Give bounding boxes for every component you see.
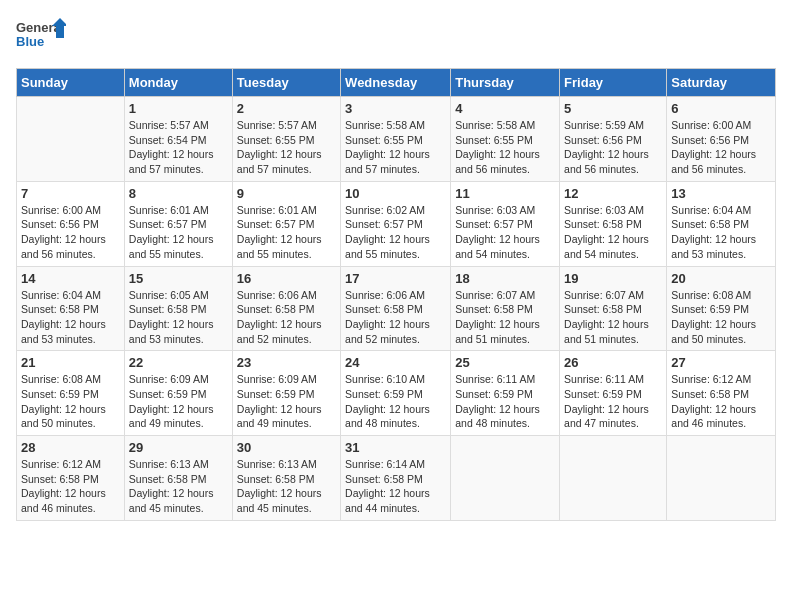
calendar-week-3: 21Sunrise: 6:08 AMSunset: 6:59 PMDayligh… [17,351,776,436]
calendar-cell: 14Sunrise: 6:04 AMSunset: 6:58 PMDayligh… [17,266,125,351]
day-number: 19 [564,271,662,286]
calendar-body: 1Sunrise: 5:57 AMSunset: 6:54 PMDaylight… [17,97,776,521]
day-number: 11 [455,186,555,201]
calendar-cell: 9Sunrise: 6:01 AMSunset: 6:57 PMDaylight… [232,181,340,266]
day-number: 31 [345,440,446,455]
calendar-cell: 19Sunrise: 6:07 AMSunset: 6:58 PMDayligh… [560,266,667,351]
calendar-cell: 16Sunrise: 6:06 AMSunset: 6:58 PMDayligh… [232,266,340,351]
calendar-week-0: 1Sunrise: 5:57 AMSunset: 6:54 PMDaylight… [17,97,776,182]
day-number: 21 [21,355,120,370]
logo: General Blue [16,16,66,56]
day-number: 14 [21,271,120,286]
calendar-cell: 8Sunrise: 6:01 AMSunset: 6:57 PMDaylight… [124,181,232,266]
logo-svg: General Blue [16,16,66,56]
calendar-cell: 5Sunrise: 5:59 AMSunset: 6:56 PMDaylight… [560,97,667,182]
day-info: Sunrise: 5:57 AMSunset: 6:55 PMDaylight:… [237,118,336,177]
day-info: Sunrise: 6:04 AMSunset: 6:58 PMDaylight:… [671,203,771,262]
day-header-thursday: Thursday [451,69,560,97]
day-info: Sunrise: 6:05 AMSunset: 6:58 PMDaylight:… [129,288,228,347]
day-info: Sunrise: 6:06 AMSunset: 6:58 PMDaylight:… [237,288,336,347]
day-info: Sunrise: 6:09 AMSunset: 6:59 PMDaylight:… [129,372,228,431]
day-info: Sunrise: 6:03 AMSunset: 6:58 PMDaylight:… [564,203,662,262]
day-info: Sunrise: 6:12 AMSunset: 6:58 PMDaylight:… [21,457,120,516]
calendar-cell: 23Sunrise: 6:09 AMSunset: 6:59 PMDayligh… [232,351,340,436]
calendar-cell: 11Sunrise: 6:03 AMSunset: 6:57 PMDayligh… [451,181,560,266]
day-info: Sunrise: 6:09 AMSunset: 6:59 PMDaylight:… [237,372,336,431]
day-header-saturday: Saturday [667,69,776,97]
day-number: 6 [671,101,771,116]
day-header-tuesday: Tuesday [232,69,340,97]
day-number: 17 [345,271,446,286]
day-number: 2 [237,101,336,116]
day-number: 22 [129,355,228,370]
day-info: Sunrise: 5:59 AMSunset: 6:56 PMDaylight:… [564,118,662,177]
day-info: Sunrise: 6:00 AMSunset: 6:56 PMDaylight:… [21,203,120,262]
calendar-cell: 17Sunrise: 6:06 AMSunset: 6:58 PMDayligh… [341,266,451,351]
day-number: 23 [237,355,336,370]
day-info: Sunrise: 6:04 AMSunset: 6:58 PMDaylight:… [21,288,120,347]
day-number: 9 [237,186,336,201]
day-number: 1 [129,101,228,116]
day-info: Sunrise: 6:12 AMSunset: 6:58 PMDaylight:… [671,372,771,431]
day-info: Sunrise: 6:01 AMSunset: 6:57 PMDaylight:… [129,203,228,262]
calendar-header: SundayMondayTuesdayWednesdayThursdayFrid… [17,69,776,97]
day-number: 13 [671,186,771,201]
day-info: Sunrise: 6:07 AMSunset: 6:58 PMDaylight:… [564,288,662,347]
calendar-week-1: 7Sunrise: 6:00 AMSunset: 6:56 PMDaylight… [17,181,776,266]
calendar-cell: 12Sunrise: 6:03 AMSunset: 6:58 PMDayligh… [560,181,667,266]
day-number: 5 [564,101,662,116]
day-number: 4 [455,101,555,116]
day-info: Sunrise: 6:11 AMSunset: 6:59 PMDaylight:… [564,372,662,431]
day-number: 24 [345,355,446,370]
day-header-sunday: Sunday [17,69,125,97]
day-number: 26 [564,355,662,370]
calendar-cell: 1Sunrise: 5:57 AMSunset: 6:54 PMDaylight… [124,97,232,182]
calendar-cell: 31Sunrise: 6:14 AMSunset: 6:58 PMDayligh… [341,436,451,521]
header: General Blue [16,16,776,56]
day-info: Sunrise: 6:11 AMSunset: 6:59 PMDaylight:… [455,372,555,431]
calendar-cell: 3Sunrise: 5:58 AMSunset: 6:55 PMDaylight… [341,97,451,182]
calendar-cell: 26Sunrise: 6:11 AMSunset: 6:59 PMDayligh… [560,351,667,436]
day-number: 3 [345,101,446,116]
calendar-cell: 25Sunrise: 6:11 AMSunset: 6:59 PMDayligh… [451,351,560,436]
day-info: Sunrise: 6:08 AMSunset: 6:59 PMDaylight:… [671,288,771,347]
day-info: Sunrise: 5:58 AMSunset: 6:55 PMDaylight:… [455,118,555,177]
calendar-cell [667,436,776,521]
day-number: 30 [237,440,336,455]
day-info: Sunrise: 6:13 AMSunset: 6:58 PMDaylight:… [129,457,228,516]
calendar-week-4: 28Sunrise: 6:12 AMSunset: 6:58 PMDayligh… [17,436,776,521]
calendar-cell: 7Sunrise: 6:00 AMSunset: 6:56 PMDaylight… [17,181,125,266]
day-number: 8 [129,186,228,201]
day-number: 29 [129,440,228,455]
calendar-cell: 30Sunrise: 6:13 AMSunset: 6:58 PMDayligh… [232,436,340,521]
day-info: Sunrise: 6:03 AMSunset: 6:57 PMDaylight:… [455,203,555,262]
day-info: Sunrise: 5:58 AMSunset: 6:55 PMDaylight:… [345,118,446,177]
calendar-cell: 22Sunrise: 6:09 AMSunset: 6:59 PMDayligh… [124,351,232,436]
day-number: 20 [671,271,771,286]
calendar-cell: 4Sunrise: 5:58 AMSunset: 6:55 PMDaylight… [451,97,560,182]
calendar-cell: 2Sunrise: 5:57 AMSunset: 6:55 PMDaylight… [232,97,340,182]
day-info: Sunrise: 6:02 AMSunset: 6:57 PMDaylight:… [345,203,446,262]
calendar-cell: 13Sunrise: 6:04 AMSunset: 6:58 PMDayligh… [667,181,776,266]
day-number: 7 [21,186,120,201]
calendar-cell [560,436,667,521]
calendar-week-2: 14Sunrise: 6:04 AMSunset: 6:58 PMDayligh… [17,266,776,351]
calendar-cell: 27Sunrise: 6:12 AMSunset: 6:58 PMDayligh… [667,351,776,436]
day-info: Sunrise: 6:10 AMSunset: 6:59 PMDaylight:… [345,372,446,431]
day-number: 10 [345,186,446,201]
day-number: 16 [237,271,336,286]
day-number: 15 [129,271,228,286]
calendar-cell: 28Sunrise: 6:12 AMSunset: 6:58 PMDayligh… [17,436,125,521]
day-number: 28 [21,440,120,455]
day-header-monday: Monday [124,69,232,97]
day-info: Sunrise: 6:13 AMSunset: 6:58 PMDaylight:… [237,457,336,516]
calendar-table: SundayMondayTuesdayWednesdayThursdayFrid… [16,68,776,521]
calendar-cell: 20Sunrise: 6:08 AMSunset: 6:59 PMDayligh… [667,266,776,351]
calendar-cell [17,97,125,182]
calendar-cell: 24Sunrise: 6:10 AMSunset: 6:59 PMDayligh… [341,351,451,436]
day-number: 12 [564,186,662,201]
day-header-wednesday: Wednesday [341,69,451,97]
calendar-cell: 10Sunrise: 6:02 AMSunset: 6:57 PMDayligh… [341,181,451,266]
day-info: Sunrise: 6:14 AMSunset: 6:58 PMDaylight:… [345,457,446,516]
calendar-cell [451,436,560,521]
